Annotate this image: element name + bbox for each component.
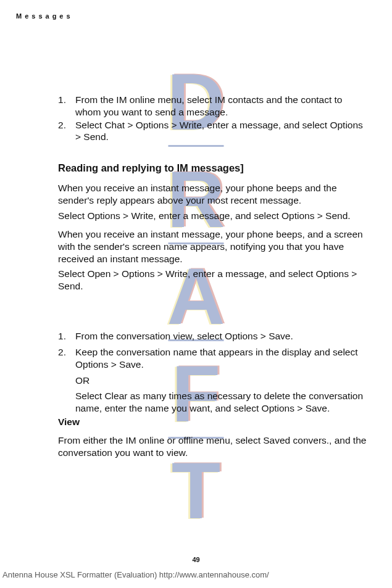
ordered-list-2: From the conversation view, select Optio…: [58, 330, 370, 415]
section-heading-view: View: [58, 416, 370, 428]
list-item: From the IM online menu, select IM conta…: [58, 94, 370, 118]
paragraph: Select Options > Write, enter a message,…: [58, 210, 370, 222]
header-label: Messages: [16, 12, 370, 20]
or-label: OR: [75, 375, 370, 387]
list-item: Select Chat > Options > Write, enter a m…: [58, 119, 370, 144]
paragraph: From either the IM online or offline men…: [58, 434, 370, 459]
paragraph: When you receive an instant message, you…: [58, 228, 370, 265]
paragraph: Select Open > Options > Write, enter a m…: [58, 268, 370, 292]
list-item: Keep the conversation name that appears …: [58, 346, 370, 415]
ordered-list-1: From the IM online menu, select IM conta…: [58, 94, 370, 143]
paragraph: When you receive an instant message, you…: [58, 182, 370, 207]
section-heading-reading: Reading and replying to IM messages]: [58, 162, 370, 175]
list-item-text: Keep the conversation name that appears …: [75, 347, 358, 370]
alt-text: Select Clear as many times as necessary …: [75, 390, 370, 415]
list-item: From the conversation view, select Optio…: [58, 330, 370, 342]
